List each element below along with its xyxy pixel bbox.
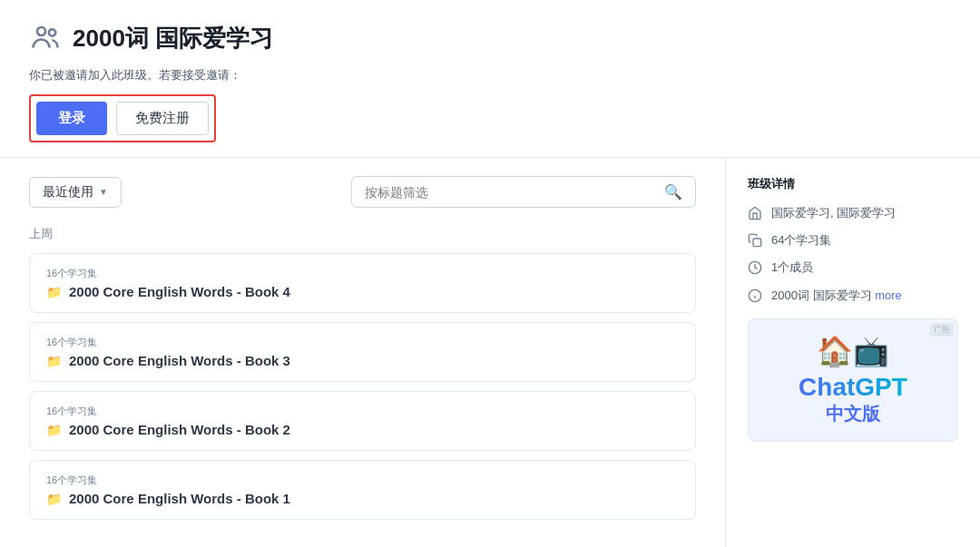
folder-icon: 📁 bbox=[46, 354, 62, 368]
search-bar: 🔍 bbox=[351, 176, 696, 208]
search-input[interactable] bbox=[365, 185, 664, 200]
page-wrapper: 2000词 国际爱学习 你已被邀请加入此班级。若要接受邀请： 登录 免费注册 最… bbox=[0, 0, 980, 547]
svg-point-1 bbox=[49, 29, 56, 36]
ad-illustration: 🏠📺 bbox=[817, 334, 889, 368]
page-title: 2000词 国际爱学习 bbox=[73, 23, 273, 54]
book-card-3[interactable]: 16个学习集 📁 2000 Core English Words - Book … bbox=[29, 322, 696, 382]
invite-text: 你已被邀请加入此班级。若要接受邀请： bbox=[29, 67, 951, 83]
sidebar-item-sets: 64个学习集 bbox=[748, 232, 958, 249]
svg-rect-2 bbox=[753, 239, 761, 247]
school-icon bbox=[748, 206, 762, 220]
register-button[interactable]: 免费注册 bbox=[116, 102, 209, 135]
ad-chatgpt-text: ChatGPT bbox=[799, 372, 907, 403]
login-button[interactable]: 登录 bbox=[36, 102, 107, 135]
left-panel: 最近使用 ▼ 🔍 上周 16个学习集 📁 2000 Core English W… bbox=[0, 158, 726, 547]
sidebar-item-members: 1个成员 bbox=[748, 259, 958, 276]
section-label: 上周 bbox=[29, 226, 696, 242]
ad-subtitle: 中文版 bbox=[826, 402, 880, 426]
invite-buttons-container: 登录 免费注册 bbox=[29, 94, 216, 142]
book-meta-3: 16个学习集 bbox=[46, 336, 679, 349]
book-title-row-2: 📁 2000 Core English Words - Book 2 bbox=[46, 422, 679, 437]
book-card-1[interactable]: 16个学习集 📁 2000 Core English Words - Book … bbox=[29, 460, 696, 520]
sidebar-info-text: 2000词 国际爱学习 more bbox=[771, 288, 902, 304]
book-meta-1: 16个学习集 bbox=[46, 474, 679, 487]
book-title-3: 2000 Core English Words - Book 3 bbox=[69, 353, 290, 368]
svg-point-0 bbox=[37, 27, 45, 35]
book-title-row-4: 📁 2000 Core English Words - Book 4 bbox=[46, 284, 679, 299]
folder-icon: 📁 bbox=[46, 492, 62, 506]
chevron-down-icon: ▼ bbox=[99, 187, 108, 197]
clock-icon bbox=[748, 260, 762, 275]
folder-icon: 📁 bbox=[46, 423, 62, 437]
sidebar-item-school: 国际爱学习, 国际爱学习 bbox=[748, 205, 958, 221]
book-title-row-3: 📁 2000 Core English Words - Book 3 bbox=[46, 353, 679, 368]
book-title-row-1: 📁 2000 Core English Words - Book 1 bbox=[46, 491, 679, 506]
sidebar-members-text: 1个成员 bbox=[771, 259, 813, 276]
sidebar-item-info: 2000词 国际爱学习 more bbox=[748, 288, 958, 304]
book-title-4: 2000 Core English Words - Book 4 bbox=[69, 284, 290, 299]
book-title-1: 2000 Core English Words - Book 1 bbox=[69, 491, 290, 506]
toolbar: 最近使用 ▼ 🔍 bbox=[29, 176, 696, 208]
book-meta-4: 16个学习集 bbox=[46, 267, 679, 280]
search-icon: 🔍 bbox=[664, 183, 682, 200]
info-icon bbox=[748, 288, 762, 303]
sidebar-sets-text: 64个学习集 bbox=[771, 232, 831, 249]
person-group-icon bbox=[29, 22, 62, 54]
header: 2000词 国际爱学习 你已被邀请加入此班级。若要接受邀请： 登录 免费注册 bbox=[0, 0, 980, 158]
book-card-2[interactable]: 16个学习集 📁 2000 Core English Words - Book … bbox=[29, 391, 696, 451]
book-meta-2: 16个学习集 bbox=[46, 405, 679, 418]
sidebar-school-text: 国际爱学习, 国际爱学习 bbox=[771, 205, 896, 221]
book-list: 16个学习集 📁 2000 Core English Words - Book … bbox=[29, 253, 696, 520]
book-title-2: 2000 Core English Words - Book 2 bbox=[69, 422, 290, 437]
folder-icon: 📁 bbox=[46, 285, 62, 299]
copy-icon bbox=[748, 233, 762, 248]
main-content: 最近使用 ▼ 🔍 上周 16个学习集 📁 2000 Core English W… bbox=[0, 158, 980, 547]
book-card-4[interactable]: 16个学习集 📁 2000 Core English Words - Book … bbox=[29, 253, 696, 313]
ad-area: 广告 🏠📺 ChatGPT 中文版 bbox=[748, 318, 958, 443]
more-link[interactable]: more bbox=[875, 288, 902, 302]
sidebar-title: 班级详情 bbox=[748, 176, 958, 192]
sort-dropdown[interactable]: 最近使用 ▼ bbox=[29, 177, 122, 208]
sort-label: 最近使用 bbox=[43, 184, 93, 200]
ad-label: 广告 bbox=[930, 323, 954, 337]
header-title-row: 2000词 国际爱学习 bbox=[29, 22, 951, 54]
right-sidebar: 班级详情 国际爱学习, 国际爱学习 64个学习集 bbox=[726, 158, 980, 547]
